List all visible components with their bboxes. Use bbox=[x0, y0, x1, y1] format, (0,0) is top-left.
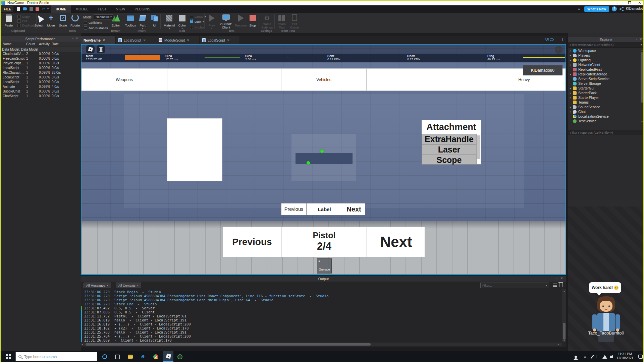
log-line[interactable]: 23:31:16.819hello - Client - LocalScript… bbox=[81, 318, 560, 322]
attachment-scrollbar[interactable] bbox=[476, 134, 481, 164]
table-row[interactable]: LocalScript10.000%0.0/s bbox=[0, 80, 81, 85]
game-settings-button[interactable]: ⚙ Game Settings bbox=[260, 13, 274, 30]
close-icon[interactable]: ✕ bbox=[227, 39, 230, 42]
attachment-item-laser[interactable]: Laser bbox=[422, 144, 476, 154]
roblox-studio-taskbar-button[interactable] bbox=[163, 351, 173, 362]
tab-test[interactable]: TEST bbox=[93, 5, 111, 13]
table-row[interactable]: BubbleChat10.000%0.0/s bbox=[0, 89, 81, 94]
screen-size-icon[interactable] bbox=[558, 38, 562, 41]
notification-icon[interactable] bbox=[637, 353, 644, 360]
dock-icon[interactable]: ▫ bbox=[636, 38, 637, 41]
tree-item-testservice[interactable]: ▸TestService bbox=[568, 119, 640, 123]
tray-expand-icon[interactable]: ∧ bbox=[581, 353, 589, 360]
scroll-right-icon[interactable]: ▸ bbox=[558, 343, 559, 346]
tree-item-lighting[interactable]: ▸Lighting bbox=[568, 58, 640, 62]
part-button[interactable]: Part ▾ bbox=[137, 13, 148, 30]
maximize-button[interactable] bbox=[625, 0, 635, 5]
close-button[interactable]: ✕ bbox=[635, 0, 644, 5]
cut-button[interactable]: Cut bbox=[17, 19, 27, 23]
output-filter-box[interactable]: ▾ bbox=[480, 283, 549, 288]
new-file-icon[interactable] bbox=[17, 7, 20, 11]
group-button[interactable]: Group▾ bbox=[190, 15, 206, 18]
table-row[interactable]: ChatScript10.000%0.0/s bbox=[0, 94, 81, 99]
scrollbar-thumb[interactable] bbox=[641, 52, 643, 103]
start-button[interactable] bbox=[3, 351, 14, 362]
log-line[interactable]: 23:31:07.8060.5, 0.5 - Client bbox=[81, 310, 560, 314]
log-line[interactable]: 23:31:11.752Pistol - Client - LocalScrip… bbox=[81, 314, 560, 318]
volume-icon[interactable] bbox=[607, 353, 614, 360]
dock-icon[interactable]: ▫ bbox=[72, 37, 73, 40]
current-client-button[interactable]: Current: Client bbox=[219, 13, 233, 30]
attachment-item-scope[interactable]: Scope bbox=[422, 155, 476, 165]
log-line[interactable]: 23:31:26.869- Client - LocalScript:170 bbox=[81, 338, 560, 342]
exit-game-button[interactable]: Exit Game bbox=[288, 13, 301, 30]
open-icon[interactable] bbox=[23, 7, 27, 10]
tree-item-localizationservice[interactable]: ▸LocalizationService bbox=[568, 114, 640, 119]
close-icon[interactable]: ✕ bbox=[639, 38, 642, 41]
ui-visibility-toggle[interactable]: UI bbox=[545, 38, 554, 41]
output-filter-input[interactable] bbox=[482, 284, 541, 287]
attachment-next-button[interactable]: Next bbox=[342, 203, 366, 215]
output-vscrollbar[interactable]: ▴ ▾ bbox=[562, 289, 566, 342]
task-view-icon[interactable] bbox=[114, 353, 121, 360]
game-viewport[interactable]: ⋯ Mem1323.57 MB CPU17.57 ms GPU2.08 ms S… bbox=[81, 44, 566, 275]
help-icon[interactable]: ? bbox=[612, 6, 617, 11]
tab-model[interactable]: MODEL bbox=[71, 5, 93, 13]
tree-item-starterpack[interactable]: ▸StarterPack bbox=[568, 90, 640, 95]
stop-button[interactable]: Stop bbox=[247, 13, 258, 28]
properties-filter-input[interactable] bbox=[570, 131, 635, 134]
attachment-item-extrahandle[interactable]: ExtraHandle bbox=[422, 134, 476, 144]
close-icon[interactable]: ✕ bbox=[75, 37, 78, 40]
paste-button[interactable]: Paste bbox=[2, 13, 15, 28]
scroll-left-icon[interactable]: ◂ bbox=[82, 343, 83, 346]
log-line[interactable]: 23:31:06.220Stack End - Studio bbox=[81, 302, 560, 306]
tree-item-serverscriptservice[interactable]: ▸ServerScriptService bbox=[568, 76, 640, 81]
tree-item-chat[interactable]: ▸Chat bbox=[568, 109, 640, 114]
tree-item-serverstorage[interactable]: ▸ServerStorage bbox=[568, 81, 640, 86]
log-line[interactable]: 23:31:25.704▸ {...} - Client - LocalScri… bbox=[81, 334, 560, 338]
tree-item-players[interactable]: ▸Players bbox=[568, 53, 640, 58]
lock-button[interactable]: Lock▾ bbox=[190, 20, 204, 23]
tree-item-replicatedfirst[interactable]: ▸ReplicatedFirst bbox=[568, 67, 640, 72]
ui-button[interactable]: UI bbox=[149, 13, 160, 28]
log-line[interactable]: 23:31:06.220Script 'cloud_4588504384.Enc… bbox=[81, 298, 560, 302]
log-line[interactable]: 23:31:25.703hello - Client - LocalScript… bbox=[81, 330, 560, 334]
table-row[interactable]: ChatInstallVerifier20.000%0.0/s bbox=[0, 52, 81, 57]
tree-item-networkclient[interactable]: ▸NetworkClient bbox=[568, 62, 640, 67]
move-tool-button[interactable]: + Move bbox=[45, 13, 57, 28]
taskbar-search[interactable] bbox=[15, 352, 97, 361]
properties-filter[interactable] bbox=[568, 130, 644, 135]
table-row[interactable]: LocalScript10.000%0.0/s bbox=[0, 66, 81, 71]
explorer-filter-input[interactable] bbox=[570, 43, 635, 47]
ribbon-collapse-icon[interactable]: ∧ bbox=[576, 7, 582, 11]
terrain-editor-button[interactable]: Editor bbox=[109, 13, 122, 28]
tab-home[interactable]: HOME bbox=[51, 5, 71, 13]
output-hscrollbar[interactable]: ◂ ▸ bbox=[81, 343, 562, 346]
dock-icon[interactable]: ▫ bbox=[556, 277, 557, 280]
toolbox-button[interactable]: Toolbox bbox=[124, 13, 137, 28]
doc-tab-modulescript[interactable]: ModuleScript✕ bbox=[156, 36, 200, 44]
share-icon[interactable] bbox=[620, 7, 624, 11]
doc-tab-localscript-2[interactable]: LocalScript✕ bbox=[200, 36, 240, 44]
tree-item-soundservice[interactable]: ▸SoundService bbox=[568, 105, 640, 109]
log-line[interactable]: 23:31:18.102▸ (x2) - Client - LocalScrip… bbox=[81, 326, 560, 330]
clock[interactable]: 11:31 PM 12/18/2021 bbox=[614, 352, 635, 360]
scrollbar-thumb[interactable] bbox=[477, 135, 480, 159]
table-row[interactable]: LocalScript10.000%0.0/s bbox=[0, 75, 81, 80]
all-messages-dropdown[interactable]: All Messages▾ bbox=[84, 283, 111, 288]
category-tab-vehicles[interactable]: Vehicles bbox=[281, 69, 366, 90]
chrome-icon[interactable] bbox=[152, 353, 159, 360]
people-icon[interactable] bbox=[572, 353, 579, 360]
table-row[interactable]: Animate10.098%4.0/s bbox=[0, 85, 81, 89]
scrollbar-thumb[interactable] bbox=[563, 323, 566, 340]
select-tool-button[interactable]: Select bbox=[33, 13, 45, 28]
table-row[interactable]: PlayerScriptsLo...10.000%0.0/s bbox=[0, 61, 81, 66]
log-line[interactable]: 23:31:07.4920.5, 0.5 - Server bbox=[81, 306, 560, 310]
doc-tab-newgame[interactable]: NewGame✕ bbox=[81, 36, 116, 44]
color-button[interactable]: Color ▾ bbox=[176, 13, 188, 30]
scale-tool-button[interactable]: ↗ Scale bbox=[57, 13, 69, 28]
play-button[interactable]: Play ▾ bbox=[206, 13, 217, 30]
publish-icon[interactable] bbox=[36, 7, 39, 11]
tree-item-workspace[interactable]: ▸Workspace bbox=[568, 48, 640, 53]
category-tab-weapons[interactable]: Weapons bbox=[82, 69, 167, 90]
